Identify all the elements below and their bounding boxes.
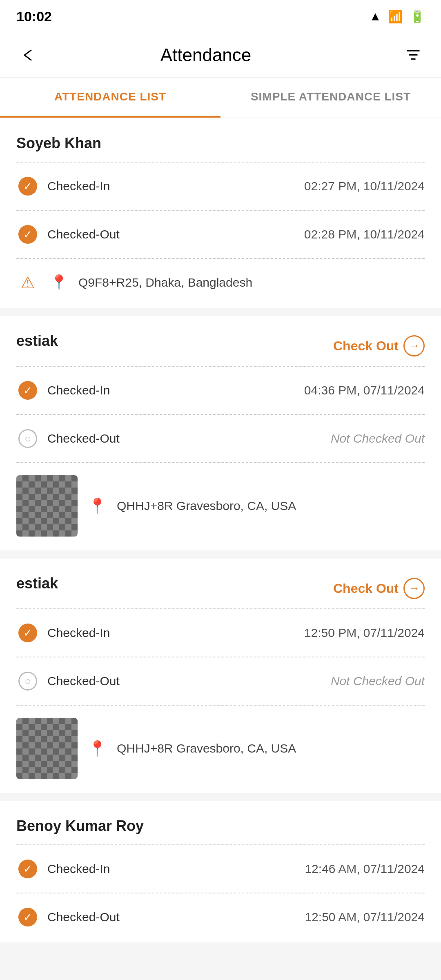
checked-in-icon: ✓ <box>16 175 39 198</box>
location-text: QHHJ+8R Gravesboro, CA, USA <box>117 742 296 755</box>
status-bar: 10:02 ▲ 📶 🔋 <box>0 0 441 33</box>
checked-in-label: Checked-In <box>47 179 304 193</box>
divider <box>16 462 425 463</box>
location-with-thumbnail: 📍 QHHJ+8R Gravesboro, CA, USA <box>16 470 425 542</box>
divider <box>16 705 425 706</box>
location-icon: 📍 <box>86 494 109 517</box>
location-with-thumbnail: 📍 QHHJ+8R Gravesboro, CA, USA <box>16 712 425 785</box>
content-area: Soyeb Khan ✓ Checked-In 02:27 PM, 10/11/… <box>0 118 441 980</box>
checked-out-icon: ✓ <box>16 223 39 246</box>
divider <box>16 258 425 259</box>
check-out-button[interactable]: Check Out → <box>333 578 425 599</box>
divider <box>16 414 425 415</box>
svg-rect-1 <box>409 54 418 56</box>
attendance-card: estiak Check Out → ✓ Checked-In 12:50 PM… <box>0 559 441 793</box>
checked-out-row: ✓ Checked-Out 12:50 AM, 07/11/2024 <box>16 900 425 934</box>
back-button[interactable] <box>13 40 42 70</box>
checked-in-label: Checked-In <box>47 383 304 397</box>
thumbnail-image <box>16 718 78 779</box>
signal-icon: ▲ <box>369 9 381 23</box>
check-out-arrow-icon: → <box>403 335 425 356</box>
warning-icon: ⚠ <box>16 271 39 294</box>
divider <box>16 366 425 367</box>
checked-out-label: Checked-Out <box>47 227 304 241</box>
checked-out-icon: ○ <box>16 670 39 693</box>
status-time: 10:02 <box>16 9 52 24</box>
thumbnail-image <box>16 475 78 537</box>
checked-in-row: ✓ Checked-In 12:46 AM, 07/11/2024 <box>16 852 425 886</box>
person-name: estiak <box>16 575 58 592</box>
check-out-header-row: estiak Check Out → <box>16 575 425 602</box>
check-out-header-row: estiak Check Out → <box>16 332 425 359</box>
wifi-icon: 📶 <box>388 9 403 24</box>
not-checked-out-text: Not Checked Out <box>331 432 425 445</box>
check-out-arrow-icon: → <box>403 578 425 599</box>
svg-rect-2 <box>411 58 416 60</box>
checked-out-row: ○ Checked-Out Not Checked Out <box>16 421 425 456</box>
checked-in-time: 02:27 PM, 10/11/2024 <box>304 179 425 193</box>
checked-in-label: Checked-In <box>47 626 304 640</box>
checked-out-time: 12:50 AM, 07/11/2024 <box>305 910 425 924</box>
attendance-card: estiak Check Out → ✓ Checked-In 04:36 PM… <box>0 316 441 550</box>
checked-out-row: ✓ Checked-Out 02:28 PM, 10/11/2024 <box>16 217 425 252</box>
person-name: estiak <box>16 332 58 350</box>
checked-out-label: Checked-Out <box>47 910 305 924</box>
checked-out-icon: ○ <box>16 427 39 450</box>
checked-in-icon: ✓ <box>16 621 39 644</box>
checked-out-label: Checked-Out <box>47 674 331 688</box>
filter-button[interactable] <box>399 40 428 70</box>
divider <box>16 210 425 211</box>
top-nav: Attendance <box>0 33 441 78</box>
checked-out-row: ○ Checked-Out Not Checked Out <box>16 664 425 698</box>
checked-in-time: 12:46 AM, 07/11/2024 <box>305 862 425 876</box>
location-icon: 📍 <box>86 737 109 760</box>
tab-bar: ATTENDANCE LIST SIMPLE ATTENDANCE LIST <box>0 78 441 118</box>
location-row: ⚠ 📍 Q9F8+R25, Dhaka, Bangladesh <box>16 265 425 300</box>
battery-icon: 🔋 <box>410 9 425 24</box>
checked-in-row: ✓ Checked-In 04:36 PM, 07/11/2024 <box>16 373 425 408</box>
location-icon: 📍 <box>47 271 70 294</box>
checked-out-time: 02:28 PM, 10/11/2024 <box>304 227 425 241</box>
person-name: Benoy Kumar Roy <box>16 817 425 835</box>
location-text: QHHJ+8R Gravesboro, CA, USA <box>117 499 296 513</box>
divider <box>16 657 425 657</box>
attendance-card: Soyeb Khan ✓ Checked-In 02:27 PM, 10/11/… <box>0 118 441 308</box>
checked-out-label: Checked-Out <box>47 432 331 445</box>
status-icons: ▲ 📶 🔋 <box>369 9 425 24</box>
location-text: Q9F8+R25, Dhaka, Bangladesh <box>78 276 252 290</box>
tab-attendance-list[interactable]: ATTENDANCE LIST <box>0 78 220 118</box>
checked-in-row: ✓ Checked-In 12:50 PM, 07/11/2024 <box>16 616 425 650</box>
checked-in-icon: ✓ <box>16 858 39 880</box>
location-thumbnail <box>16 475 78 537</box>
divider <box>16 893 425 893</box>
divider <box>16 162 425 163</box>
checked-in-icon: ✓ <box>16 379 39 402</box>
tab-simple-attendance-list[interactable]: SIMPLE ATTENDANCE LIST <box>220 78 441 118</box>
divider <box>16 608 425 609</box>
checked-out-icon: ✓ <box>16 906 39 929</box>
page-title: Attendance <box>42 45 369 65</box>
attendance-card: Benoy Kumar Roy ✓ Checked-In 12:46 AM, 0… <box>0 801 441 942</box>
checked-in-time: 04:36 PM, 07/11/2024 <box>304 383 425 397</box>
checked-in-label: Checked-In <box>47 862 305 876</box>
checked-in-time: 12:50 PM, 07/11/2024 <box>304 626 425 640</box>
divider <box>16 844 425 845</box>
svg-rect-0 <box>407 50 420 51</box>
person-name: Soyeb Khan <box>16 135 425 152</box>
check-out-button[interactable]: Check Out → <box>333 335 425 356</box>
location-thumbnail <box>16 718 78 779</box>
checked-in-row: ✓ Checked-In 02:27 PM, 10/11/2024 <box>16 169 425 203</box>
not-checked-out-text: Not Checked Out <box>331 674 425 688</box>
